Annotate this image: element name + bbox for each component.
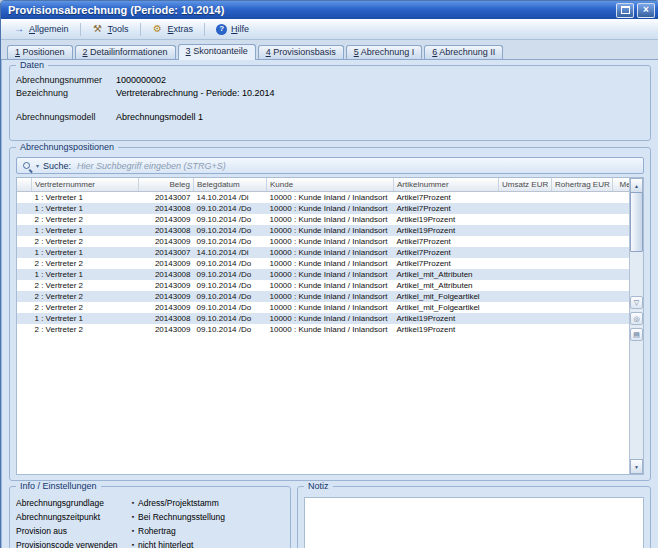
table-cell[interactable]: 1 : Vertreter 1 [32, 247, 139, 258]
table-cell[interactable]: 2 : Vertreter 2 [32, 291, 139, 302]
lookup-button[interactable]: ◎ [630, 312, 643, 325]
table-cell[interactable]: 10000 : Kunde Inland / Inlandsort [267, 291, 394, 302]
table-cell[interactable] [552, 302, 613, 313]
table-cell[interactable]: 09.10.2014 /Do [194, 225, 267, 236]
table-cell[interactable]: 1 : Vertreter 1 [32, 192, 139, 204]
column-header[interactable]: Artikelnummer [394, 178, 499, 192]
table-cell[interactable]: 10000 : Kunde Inland / Inlandsort [267, 236, 394, 247]
table-row[interactable]: 2 : Vertreter 22014300909.10.2014 /Do100… [17, 302, 644, 313]
table-cell[interactable] [552, 324, 613, 335]
table-cell[interactable]: 10000 : Kunde Inland / Inlandsort [267, 203, 394, 214]
table-cell[interactable]: 2 : Vertreter 2 [32, 258, 139, 269]
table-cell[interactable] [499, 302, 552, 313]
vertical-scrollbar[interactable]: ▲ ▽ ◎ ▤ ▼ [629, 178, 643, 474]
scroll-down-button[interactable]: ▼ [630, 459, 643, 474]
table-cell[interactable]: 20143009 [139, 214, 194, 225]
table-cell[interactable] [552, 203, 613, 214]
column-header[interactable]: Vertreternummer [32, 178, 139, 192]
table-cell[interactable] [499, 214, 552, 225]
table-cell[interactable]: 20143008 [139, 225, 194, 236]
table-cell[interactable]: 09.10.2014 /Do [194, 269, 267, 280]
column-header[interactable]: Rohertrag EUR [552, 178, 613, 192]
tab-provisionsbasis[interactable]: 4 Provisionsbasis [258, 45, 344, 59]
table-cell[interactable]: 14.10.2014 /Di [194, 192, 267, 204]
table-cell[interactable] [499, 236, 552, 247]
column-header[interactable]: Kunde [267, 178, 394, 192]
toolbar-button-hilfe[interactable]: ? Hilfe [209, 19, 256, 39]
toolbar-button-extras[interactable]: ⚙ Extras [145, 19, 201, 39]
table-cell[interactable] [499, 324, 552, 335]
table-cell[interactable]: 20143009 [139, 236, 194, 247]
table-cell[interactable]: 10000 : Kunde Inland / Inlandsort [267, 258, 394, 269]
table-cell[interactable]: 1 : Vertreter 1 [32, 313, 139, 324]
table-row[interactable]: 1 : Vertreter 12014300714.10.2014 /Di100… [17, 192, 644, 204]
table-cell[interactable]: 10000 : Kunde Inland / Inlandsort [267, 324, 394, 335]
table-cell[interactable] [499, 269, 552, 280]
table-cell[interactable]: Artikel19Prozent [394, 225, 499, 236]
table-cell[interactable]: 09.10.2014 /Do [194, 236, 267, 247]
table-cell[interactable]: 2 : Vertreter 2 [32, 280, 139, 291]
table-cell[interactable] [499, 313, 552, 324]
table-cell[interactable]: 09.10.2014 /Do [194, 214, 267, 225]
table-cell[interactable] [552, 214, 613, 225]
close-button[interactable]: × [637, 3, 655, 18]
table-cell[interactable]: 20143008 [139, 313, 194, 324]
table-cell[interactable]: 10000 : Kunde Inland / Inlandsort [267, 280, 394, 291]
table-cell[interactable]: 10000 : Kunde Inland / Inlandsort [267, 269, 394, 280]
tab-skontoanteile[interactable]: 3 Skontoanteile [178, 44, 256, 60]
table-cell[interactable] [552, 258, 613, 269]
table-cell[interactable]: 20143007 [139, 192, 194, 204]
table-cell[interactable]: 09.10.2014 /Do [194, 280, 267, 291]
table-cell[interactable]: 20143008 [139, 203, 194, 214]
table-cell[interactable]: 09.10.2014 /Do [194, 302, 267, 313]
table-row[interactable]: 2 : Vertreter 22014300909.10.2014 /Do100… [17, 214, 644, 225]
table-row[interactable]: 1 : Vertreter 12014300809.10.2014 /Do100… [17, 313, 644, 324]
table-row[interactable]: 2 : Vertreter 22014300909.10.2014 /Do100… [17, 280, 644, 291]
table-cell[interactable] [552, 280, 613, 291]
table-cell[interactable]: 2 : Vertreter 2 [32, 214, 139, 225]
table-cell[interactable] [552, 192, 613, 204]
table-cell[interactable]: 10000 : Kunde Inland / Inlandsort [267, 302, 394, 313]
table-row[interactable]: 1 : Vertreter 12014300714.10.2014 /Di100… [17, 247, 644, 258]
table-row[interactable]: 2 : Vertreter 22014300909.10.2014 /Do100… [17, 236, 644, 247]
column-header[interactable]: Umsatz EUR [499, 178, 552, 192]
table-cell[interactable]: 20143009 [139, 302, 194, 313]
table-cell[interactable] [499, 280, 552, 291]
tab-abrechnung-2[interactable]: 6 Abrechnung II [424, 45, 503, 59]
table-cell[interactable]: Artikel7Prozent [394, 247, 499, 258]
table-cell[interactable] [499, 203, 552, 214]
table-cell[interactable]: 2 : Vertreter 2 [32, 236, 139, 247]
table-cell[interactable] [499, 291, 552, 302]
table-cell[interactable] [552, 291, 613, 302]
table-cell[interactable] [552, 247, 613, 258]
filter-button[interactable]: ▽ [630, 296, 643, 309]
tab-abrechnung-1[interactable]: 5 Abrechnung I [346, 45, 423, 59]
table-cell[interactable]: 2 : Vertreter 2 [32, 324, 139, 335]
options-button[interactable]: ▤ [630, 328, 643, 341]
search-input[interactable] [75, 159, 638, 173]
toolbar-button-tools[interactable]: ⚒ Tools [85, 19, 136, 39]
table-cell[interactable]: 09.10.2014 /Do [194, 324, 267, 335]
table-cell[interactable]: Artikel7Prozent [394, 203, 499, 214]
table-cell[interactable]: 1 : Vertreter 1 [32, 269, 139, 280]
table-cell[interactable]: Artikel_mit_Folgeartikel [394, 302, 499, 313]
table-cell[interactable]: 20143009 [139, 280, 194, 291]
table-cell[interactable] [499, 258, 552, 269]
table-row[interactable]: 1 : Vertreter 12014300809.10.2014 /Do100… [17, 269, 644, 280]
table-row[interactable]: 1 : Vertreter 12014300809.10.2014 /Do100… [17, 225, 644, 236]
table-cell[interactable]: 14.10.2014 /Di [194, 247, 267, 258]
scrollbar-thumb[interactable] [630, 192, 643, 252]
table-cell[interactable]: 10000 : Kunde Inland / Inlandsort [267, 225, 394, 236]
table-cell[interactable]: 10000 : Kunde Inland / Inlandsort [267, 247, 394, 258]
table-row[interactable]: 1 : Vertreter 12014300809.10.2014 /Do100… [17, 203, 644, 214]
table-cell[interactable]: 09.10.2014 /Do [194, 291, 267, 302]
table-cell[interactable]: Artikel19Prozent [394, 324, 499, 335]
table-cell[interactable]: 10000 : Kunde Inland / Inlandsort [267, 313, 394, 324]
table-cell[interactable] [552, 236, 613, 247]
table-cell[interactable] [499, 192, 552, 204]
table-cell[interactable] [499, 247, 552, 258]
table-cell[interactable]: 09.10.2014 /Do [194, 313, 267, 324]
column-header[interactable]: Belegdatum [194, 178, 267, 192]
table-cell[interactable] [552, 313, 613, 324]
table-cell[interactable]: Artikel7Prozent [394, 192, 499, 204]
